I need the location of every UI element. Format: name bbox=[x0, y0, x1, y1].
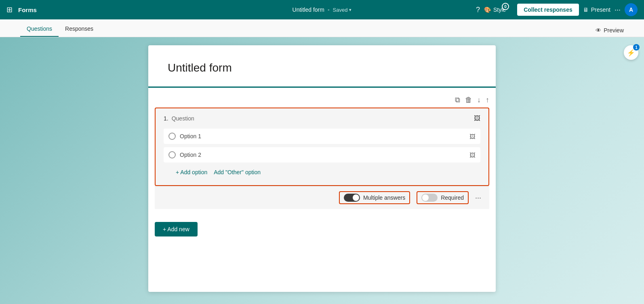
screen-icon: 🖥 bbox=[583, 6, 589, 13]
move-up-button[interactable]: ↑ bbox=[486, 96, 489, 104]
present-button[interactable]: 🖥 Present bbox=[583, 6, 610, 13]
palette-icon: 🎨 bbox=[484, 6, 491, 13]
lightning-icon: ⚡ bbox=[627, 49, 635, 57]
toggle-knob bbox=[353, 194, 359, 201]
nav-tabs: Questions Responses bbox=[20, 21, 100, 37]
collect-responses-button[interactable]: Collect responses bbox=[517, 4, 579, 16]
form-container: Untitled form ⧉ 🗑 ↓ ↑ 1. Question 🖼 bbox=[148, 45, 496, 292]
question-bottom-bar: Multiple answers Required ··· bbox=[155, 186, 489, 209]
question-number: 1. bbox=[164, 115, 168, 122]
top-right-actions: ? 🎨 Style 0 Collect responses 🖥 Present … bbox=[476, 3, 638, 16]
add-other-option-button[interactable]: Add "Other" option bbox=[214, 169, 261, 175]
option-row-2: Option 2 🖼 bbox=[164, 147, 480, 163]
question-text-placeholder[interactable]: Question bbox=[172, 115, 474, 122]
add-option-button[interactable]: + Add option bbox=[176, 169, 207, 175]
required-label: Required bbox=[441, 194, 464, 201]
saved-status: Saved ▾ bbox=[333, 7, 352, 13]
multiple-answers-toggle[interactable] bbox=[344, 194, 360, 202]
avatar[interactable]: A bbox=[625, 3, 638, 16]
option-row-1: Option 1 🖼 bbox=[164, 129, 480, 144]
eye-icon: 👁 bbox=[596, 27, 601, 34]
top-navigation: ⊞ Forms Untitled form - Saved ▾ ? 🎨 Styl… bbox=[0, 0, 644, 19]
form-title-section: Untitled form bbox=[148, 45, 496, 88]
sub-nav-right: 👁 Preview bbox=[596, 27, 624, 37]
app-name: Forms bbox=[18, 6, 37, 13]
copy-question-button[interactable]: ⧉ bbox=[455, 96, 460, 104]
notification-badge[interactable]: ⚡ 1 bbox=[624, 45, 638, 60]
question-image-icon[interactable]: 🖼 bbox=[474, 115, 480, 122]
question-card-wrapper: ⧉ 🗑 ↓ ↑ 1. Question 🖼 Option 1 🖼 bbox=[148, 88, 496, 215]
form-title-header: Untitled form - Saved ▾ bbox=[293, 6, 352, 13]
style-area: 🎨 Style 0 bbox=[484, 6, 513, 13]
add-options-row: + Add option Add "Other" option bbox=[164, 166, 480, 177]
tab-questions[interactable]: Questions bbox=[20, 21, 59, 37]
question-more-button[interactable]: ··· bbox=[475, 194, 481, 202]
question-card: 1. Question 🖼 Option 1 🖼 Option 2 🖼 bbox=[155, 108, 489, 186]
option-text-1[interactable]: Option 1 bbox=[180, 133, 465, 139]
question-toolbar: ⧉ 🗑 ↓ ↑ bbox=[148, 94, 496, 108]
required-toggle-knob bbox=[422, 194, 429, 201]
notification-count: 1 bbox=[633, 44, 640, 51]
required-toggle[interactable] bbox=[421, 194, 438, 202]
question-header-row: 1. Question 🖼 bbox=[164, 115, 480, 122]
delete-question-button[interactable]: 🗑 bbox=[465, 96, 472, 104]
option-radio-1[interactable] bbox=[168, 133, 176, 140]
help-icon[interactable]: ? bbox=[476, 6, 480, 14]
option-text-2[interactable]: Option 2 bbox=[180, 152, 465, 158]
option-image-icon-2[interactable]: 🖼 bbox=[469, 152, 476, 158]
style-badge: 0 bbox=[502, 3, 509, 10]
more-options-icon[interactable]: ··· bbox=[615, 6, 621, 14]
multiple-answers-toggle-group: Multiple answers bbox=[339, 191, 410, 204]
multiple-answers-label: Multiple answers bbox=[363, 194, 405, 201]
option-radio-2[interactable] bbox=[168, 151, 176, 158]
header-separator: - bbox=[328, 6, 330, 13]
option-image-icon-1[interactable]: 🖼 bbox=[469, 133, 476, 140]
move-down-button[interactable]: ↓ bbox=[477, 96, 481, 104]
add-new-button[interactable]: + Add new bbox=[155, 222, 198, 236]
chevron-down-icon[interactable]: ▾ bbox=[349, 7, 351, 13]
header-form-title: Untitled form bbox=[293, 6, 324, 13]
preview-button[interactable]: 👁 Preview bbox=[596, 27, 624, 34]
required-toggle-group: Required bbox=[417, 191, 469, 204]
tab-responses[interactable]: Responses bbox=[59, 21, 100, 37]
main-area: ⚡ 1 Untitled form ⧉ 🗑 ↓ ↑ 1. Question 🖼 bbox=[0, 37, 644, 304]
form-title[interactable]: Untitled form bbox=[168, 61, 476, 74]
app-grid-icon[interactable]: ⊞ bbox=[6, 5, 13, 14]
sub-navigation: Questions Responses 👁 Preview bbox=[0, 19, 644, 37]
